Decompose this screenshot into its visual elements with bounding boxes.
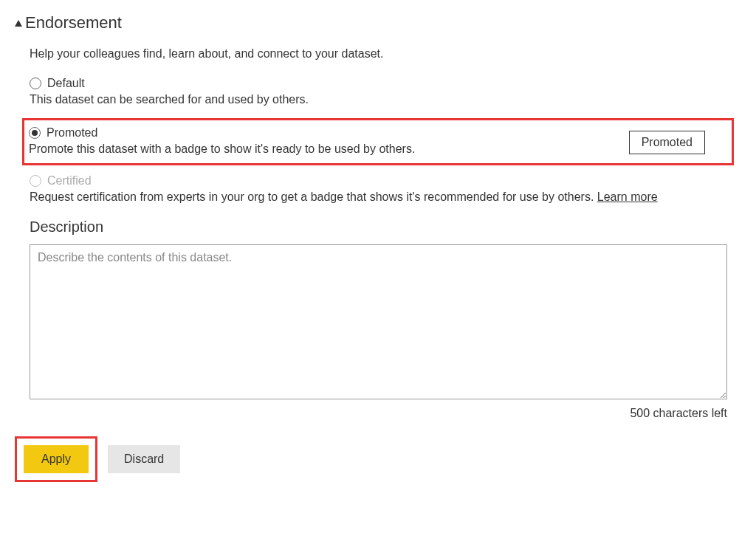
section-title: Endorsement <box>25 13 122 32</box>
option-default[interactable]: Default This dataset can be searched for… <box>30 77 741 106</box>
radio-icon[interactable] <box>30 78 41 89</box>
option-promoted-highlight: Promoted Promote this dataset with a bad… <box>22 118 734 165</box>
radio-icon[interactable] <box>29 127 41 139</box>
discard-button[interactable]: Discard <box>108 445 180 473</box>
certified-desc-text: Request certification from experts in yo… <box>30 190 597 203</box>
help-text: Help your colleagues find, learn about, … <box>30 47 741 61</box>
endorsement-header[interactable]: Endorsement <box>15 13 741 32</box>
option-certified-desc: Request certification from experts in yo… <box>30 190 741 204</box>
option-promoted-desc: Promote this dataset with a badge to sho… <box>29 142 629 156</box>
description-title: Description <box>30 219 741 236</box>
option-default-label: Default <box>47 77 85 90</box>
caret-up-icon <box>15 20 22 27</box>
promoted-badge: Promoted <box>629 131 705 154</box>
apply-button[interactable]: Apply <box>24 445 89 473</box>
learn-more-link[interactable]: Learn more <box>597 190 658 203</box>
option-certified: Certified Request certification from exp… <box>30 174 741 204</box>
radio-icon <box>30 175 41 187</box>
option-promoted-label: Promoted <box>47 126 97 140</box>
character-count: 500 characters left <box>30 407 727 420</box>
option-certified-label: Certified <box>47 174 92 188</box>
option-default-desc: This dataset can be searched for and use… <box>30 93 741 106</box>
description-textarea[interactable] <box>30 244 727 399</box>
option-promoted[interactable]: Promoted Promote this dataset with a bad… <box>29 126 629 156</box>
apply-button-highlight: Apply <box>15 436 97 482</box>
